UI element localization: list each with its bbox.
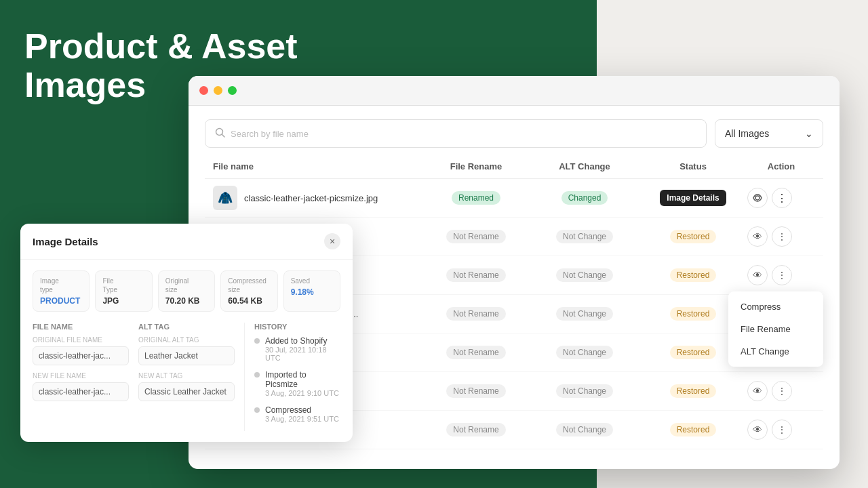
close-button[interactable]: × bbox=[324, 233, 340, 249]
meta-value-image-type: PRODUCT bbox=[40, 296, 82, 306]
meta-card-saved: Saved 9.18% bbox=[283, 270, 340, 312]
alt-badge: Not Change bbox=[556, 307, 613, 321]
more-actions-button[interactable]: ⋮ bbox=[772, 420, 792, 440]
history-item-label: Imported to Picsmize bbox=[265, 370, 340, 389]
filter-chevron-icon: ⌄ bbox=[805, 128, 813, 139]
status-badge: Restored bbox=[670, 423, 717, 436]
view-icon-button[interactable]: 👁 bbox=[747, 381, 768, 401]
rename-badge: Not Rename bbox=[446, 307, 505, 321]
file-name-cell: 🧥 classic-leather-jacket-picsmize.jpg bbox=[213, 186, 422, 210]
meta-label: Originalsize bbox=[165, 277, 208, 294]
meta-row: Imagetype PRODUCT FileType JPG Originals… bbox=[33, 270, 340, 312]
col-alt-change: ALT Change bbox=[530, 161, 639, 171]
meta-value-compressed-size: 60.54 KB bbox=[228, 296, 270, 306]
view-icon-button[interactable]: 👁 bbox=[747, 420, 768, 440]
filename-section: File name ORIGINAL FILE NAME NEW FILE NA… bbox=[33, 323, 129, 431]
original-alt-label: ORIGINAL ALT TAG bbox=[138, 336, 235, 344]
more-actions-button[interactable]: ⋮ bbox=[772, 265, 792, 285]
rename-badge: Not Rename bbox=[446, 423, 505, 436]
filter-select[interactable]: All Images ⌄ bbox=[715, 119, 823, 148]
action-cell: 👁 ⋮ bbox=[747, 265, 815, 285]
filename-text: classic-leather-jacket-picsmize.jpg bbox=[244, 193, 378, 203]
action-cell: 👁 ⋮ bbox=[747, 226, 815, 247]
history-item: Added to Shopify 30 Jul, 2021 10:18 UTC bbox=[254, 336, 340, 362]
status-badge: Restored bbox=[670, 346, 717, 359]
view-icon-button[interactable]: 👁 bbox=[747, 226, 768, 247]
history-dot bbox=[254, 338, 260, 344]
original-filename-input[interactable] bbox=[33, 346, 129, 365]
original-alt-input[interactable] bbox=[138, 346, 235, 365]
rename-badge: Not Rename bbox=[446, 230, 505, 243]
file-thumb: 🧥 bbox=[213, 186, 237, 210]
new-filename-label: NEW FILE NAME bbox=[33, 372, 129, 380]
alt-badge: Not Change bbox=[556, 230, 613, 243]
col-status: Status bbox=[639, 161, 747, 171]
meta-label: FileType bbox=[102, 277, 144, 294]
view-icon-button[interactable] bbox=[747, 188, 768, 208]
history-item-time: 30 Jul, 2021 10:18 UTC bbox=[265, 346, 340, 362]
meta-card-compressed-size: Compressedsize 60.54 KB bbox=[220, 270, 277, 312]
history-item: Imported to Picsmize 3 Aug, 2021 9:10 UT… bbox=[254, 370, 340, 397]
alt-badge: Not Change bbox=[556, 384, 613, 398]
svg-line-1 bbox=[222, 135, 225, 138]
table-row: 🧥 classic-leather-jacket-picsmize.jpg Re… bbox=[205, 179, 823, 218]
action-cell: 👁 ⋮ bbox=[747, 381, 815, 401]
original-filename-label: ORIGINAL FILE NAME bbox=[33, 336, 129, 344]
rename-badge: Not Rename bbox=[446, 384, 505, 398]
alt-section: ALT Tag ORIGINAL ALT TAG NEW ALT TAG bbox=[138, 323, 235, 431]
meta-value-saved: 9.18% bbox=[291, 287, 333, 297]
meta-value-original-size: 70.20 KB bbox=[165, 296, 208, 306]
status-badge: Restored bbox=[670, 384, 717, 398]
context-menu-compress[interactable]: Compress bbox=[728, 296, 823, 318]
new-alt-input[interactable] bbox=[138, 382, 235, 401]
title-bar bbox=[189, 76, 840, 106]
fields-row: File name ORIGINAL FILE NAME NEW FILE NA… bbox=[33, 323, 340, 431]
history-item-label: Compressed bbox=[265, 405, 339, 415]
col-filename: File name bbox=[213, 161, 422, 171]
traffic-lights bbox=[199, 86, 237, 95]
image-details-panel: Image Details × Imagetype PRODUCT FileTy… bbox=[20, 224, 353, 442]
action-cell: 👁 ⋮ bbox=[747, 420, 815, 440]
history-item: Compressed 3 Aug, 2021 9:51 UTC bbox=[254, 405, 340, 423]
meta-card-image-type: Imagetype PRODUCT bbox=[33, 270, 90, 312]
alt-badge: Not Change bbox=[556, 346, 613, 359]
meta-label: Saved bbox=[291, 277, 333, 285]
search-box[interactable]: Search by file name bbox=[205, 119, 707, 148]
tl-red[interactable] bbox=[199, 86, 208, 95]
panel-body: Imagetype PRODUCT FileType JPG Originals… bbox=[20, 260, 353, 442]
rename-badge: Renamed bbox=[452, 191, 500, 205]
history-item-label: Added to Shopify bbox=[265, 336, 340, 346]
meta-label: Imagetype bbox=[40, 277, 82, 294]
filename-section-title: File name bbox=[33, 323, 129, 331]
action-cell: ⋮ bbox=[747, 188, 815, 208]
panel-title: Image Details bbox=[33, 236, 98, 247]
col-action: Action bbox=[747, 161, 815, 171]
new-alt-label: NEW ALT TAG bbox=[138, 372, 235, 380]
panel-header: Image Details × bbox=[20, 224, 353, 260]
search-placeholder: Search by file name bbox=[231, 129, 309, 139]
filter-label: All Images bbox=[725, 128, 769, 139]
tl-green[interactable] bbox=[228, 86, 237, 95]
meta-card-file-type: FileType JPG bbox=[95, 270, 152, 312]
context-menu-alt-change[interactable]: ALT Change bbox=[728, 340, 823, 363]
new-filename-input[interactable] bbox=[33, 382, 129, 401]
more-actions-button[interactable]: ⋮ bbox=[772, 226, 792, 247]
more-actions-button[interactable]: ⋮ bbox=[772, 381, 792, 401]
svg-point-2 bbox=[755, 196, 760, 200]
rename-badge: Not Rename bbox=[446, 346, 505, 359]
table-header: File name File Rename ALT Change Status … bbox=[205, 161, 823, 179]
tl-yellow[interactable] bbox=[214, 86, 222, 95]
meta-card-original-size: Originalsize 70.20 KB bbox=[158, 270, 215, 312]
history-title: History bbox=[254, 323, 340, 331]
alt-badge: Changed bbox=[561, 191, 608, 205]
status-badge: Restored bbox=[670, 307, 717, 321]
history-dot bbox=[254, 407, 260, 413]
meta-label: Compressedsize bbox=[228, 277, 270, 294]
rename-badge: Not Rename bbox=[446, 268, 505, 282]
alt-badge: Not Change bbox=[556, 423, 613, 436]
view-icon-button[interactable]: 👁 bbox=[747, 265, 768, 285]
more-actions-button[interactable]: ⋮ bbox=[772, 188, 792, 208]
history-section: History Added to Shopify 30 Jul, 2021 10… bbox=[244, 323, 340, 431]
context-menu-file-rename[interactable]: File Rename bbox=[728, 318, 823, 340]
history-item-time: 3 Aug, 2021 9:51 UTC bbox=[265, 415, 339, 423]
